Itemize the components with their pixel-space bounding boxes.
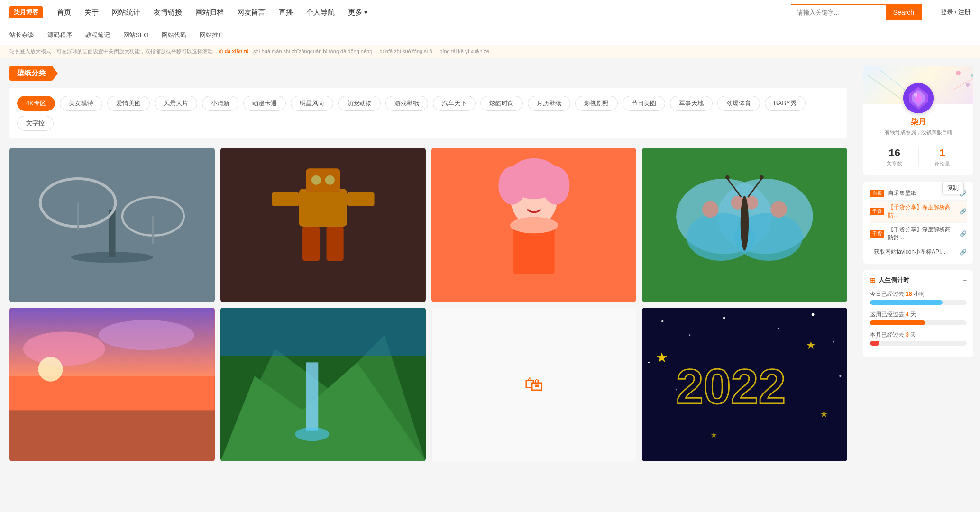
nav-friends[interactable]: 友情链接 bbox=[154, 8, 182, 17]
tag-holiday[interactable]: 节日美图 bbox=[623, 96, 665, 111]
tag-baby[interactable]: BABY秀 bbox=[765, 96, 806, 111]
tag-beauty[interactable]: 美女模特 bbox=[60, 96, 102, 111]
site-logo[interactable]: 柒月博客 bbox=[9, 6, 43, 18]
link-icon-4: 🔗 bbox=[960, 249, 967, 256]
search-input[interactable] bbox=[791, 4, 886, 20]
tag-fresh[interactable]: 小清新 bbox=[202, 96, 238, 111]
avatar bbox=[903, 83, 934, 113]
category-badge: 壁纸分类 bbox=[9, 66, 53, 81]
tag-love[interactable]: 爱情美图 bbox=[107, 96, 150, 111]
svg-point-56 bbox=[689, 334, 691, 336]
link-tag-2: 千货 bbox=[870, 208, 884, 215]
nav-stats[interactable]: 网站统计 bbox=[112, 8, 140, 17]
subnav-zhuang[interactable]: 站长杂谈 bbox=[9, 31, 34, 39]
nav-personal[interactable]: 个人导航 bbox=[306, 8, 335, 17]
countdown-icon: ⊞ bbox=[870, 276, 876, 284]
sidebar-link-3[interactable]: 千货 【千货分享】深度解析高防路... 🔗 bbox=[870, 223, 967, 245]
svg-point-72 bbox=[966, 83, 970, 87]
svg-rect-46 bbox=[9, 410, 215, 461]
countdown-collapse[interactable]: − bbox=[963, 277, 967, 284]
tag-text[interactable]: 文字控 bbox=[17, 116, 54, 131]
tag-celebrity[interactable]: 明星风尚 bbox=[291, 96, 333, 111]
countdown-header: ⊞ 人生倒计时 − bbox=[870, 276, 967, 284]
tag-scenery[interactable]: 风景大片 bbox=[155, 96, 197, 111]
nav-live[interactable]: 直播 bbox=[279, 8, 293, 17]
image-cell-4[interactable] bbox=[642, 148, 847, 302]
sidebar-link-4[interactable]: 获取网站favicon小图标API... 🔗 bbox=[870, 245, 967, 259]
link-tag-1: 自采 bbox=[870, 190, 884, 197]
countdown-section: ⊞ 人生倒计时 − 今日已经过去 18 小时 这周已经过去 4 天 bbox=[863, 270, 973, 357]
comments-label: 评论量 bbox=[919, 160, 966, 167]
image-cell-8[interactable]: 2022 ★ ★ ★ ★ bbox=[642, 308, 847, 462]
subnav-source[interactable]: 源码程序 bbox=[47, 31, 72, 39]
tag-game[interactable]: 游戏壁纸 bbox=[385, 96, 428, 111]
subnav-promote[interactable]: 网站推广 bbox=[200, 31, 224, 39]
svg-point-71 bbox=[956, 71, 961, 75]
link-tag-3: 千货 bbox=[870, 230, 884, 238]
svg-rect-41 bbox=[642, 148, 847, 302]
link-icon-3: 🔗 bbox=[960, 230, 967, 237]
search-button[interactable]: Search bbox=[886, 4, 922, 20]
tag-military[interactable]: 军事天地 bbox=[670, 96, 713, 111]
comments-count: 1 bbox=[919, 147, 966, 159]
tag-4k[interactable]: 4K专区 bbox=[17, 96, 55, 111]
tag-pets[interactable]: 萌宠动物 bbox=[338, 96, 381, 111]
articles-count: 16 bbox=[871, 147, 918, 159]
progress-bar-week bbox=[870, 320, 967, 325]
tag-fashion[interactable]: 炫酷时尚 bbox=[480, 96, 523, 111]
image-cell-6[interactable] bbox=[220, 308, 426, 462]
countdown-month: 本月已经过去 3 天 bbox=[870, 331, 967, 346]
profile-description: 有钱终成眷属，没钱亲眼目睹 bbox=[871, 129, 966, 136]
image-cell-2[interactable] bbox=[220, 148, 426, 302]
sidebar: 柒月 有钱终成眷属，没钱亲眼目睹 16 文章数 1 评论量 复制 自采 自采集壁… bbox=[857, 58, 980, 469]
svg-point-26 bbox=[510, 217, 558, 234]
countdown-week-num: 4 bbox=[906, 311, 909, 318]
svg-point-57 bbox=[723, 317, 725, 319]
search-area: Search bbox=[791, 4, 922, 20]
subnav-tutorial[interactable]: 教程笔记 bbox=[85, 31, 110, 39]
progress-fill-month bbox=[870, 341, 879, 346]
svg-point-62 bbox=[839, 375, 841, 377]
image-cell-3[interactable] bbox=[431, 148, 637, 302]
countdown-month-label: 本月已经过去 3 天 bbox=[870, 331, 967, 339]
ticker-text: 站长登入放大模式，可在浮球的画面设置中关闭放大功能，双指缩放或平移可以选择滚动.… bbox=[9, 48, 494, 54]
svg-text:★: ★ bbox=[820, 408, 828, 419]
svg-point-60 bbox=[833, 341, 834, 342]
tag-sports[interactable]: 劲爆体育 bbox=[717, 96, 760, 111]
svg-point-52 bbox=[295, 427, 329, 441]
sidebar-link-2[interactable]: 千货 【千货分享】深度解析高防... 🔗 bbox=[870, 201, 967, 223]
subnav-code[interactable]: 网站代码 bbox=[162, 31, 186, 39]
category-tags: 4K专区 美女模特 爱情美图 风景大片 小清新 动漫卡通 明星风尚 萌宠动物 游… bbox=[9, 88, 847, 138]
nav-archive[interactable]: 网站归档 bbox=[195, 8, 224, 17]
articles-label: 文章数 bbox=[871, 160, 918, 167]
countdown-week-label: 这周已经过去 4 天 bbox=[870, 311, 967, 319]
nav-messages[interactable]: 网友留言 bbox=[237, 8, 266, 17]
nav-home[interactable]: 首页 bbox=[57, 8, 71, 17]
svg-point-22 bbox=[542, 166, 569, 205]
tag-film[interactable]: 影视剧照 bbox=[575, 96, 618, 111]
svg-point-47 bbox=[38, 357, 63, 381]
auth-link[interactable]: 登录 / 注册 bbox=[941, 8, 971, 17]
category-header: 壁纸分类 bbox=[9, 66, 847, 81]
svg-point-59 bbox=[812, 313, 815, 316]
main-layout: 壁纸分类 4K专区 美女模特 爱情美图 风景大片 小清新 动漫卡通 明星风尚 萌… bbox=[0, 58, 980, 469]
svg-point-55 bbox=[661, 320, 663, 322]
tag-anime[interactable]: 动漫卡通 bbox=[243, 96, 286, 111]
profile-name: 柒月 bbox=[871, 117, 966, 127]
progress-fill-week bbox=[870, 320, 925, 325]
image-grid: 🛍 2022 bbox=[9, 148, 847, 461]
svg-text:2022: 2022 bbox=[676, 359, 786, 414]
progress-bar-month bbox=[870, 341, 967, 346]
subnav-seo[interactable]: 网站SEO bbox=[123, 31, 148, 39]
svg-point-58 bbox=[778, 327, 779, 329]
image-cell-7[interactable]: 🛍 bbox=[431, 308, 637, 462]
image-cell-5[interactable] bbox=[9, 308, 215, 462]
image-cell-1[interactable] bbox=[9, 148, 215, 302]
profile-card: 柒月 有钱终成眷属，没钱亲眼目睹 16 文章数 1 评论量 bbox=[863, 66, 973, 175]
tag-calendar[interactable]: 月历壁纸 bbox=[528, 96, 570, 111]
svg-line-69 bbox=[868, 75, 901, 99]
tag-car[interactable]: 汽车天下 bbox=[433, 96, 476, 111]
svg-point-21 bbox=[498, 166, 526, 205]
nav-about[interactable]: 关于 bbox=[84, 8, 99, 17]
nav-more[interactable]: 更多 ▾ bbox=[348, 8, 368, 17]
